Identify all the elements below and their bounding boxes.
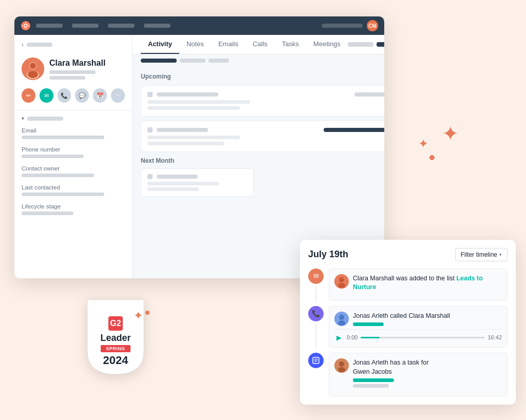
activity-card-2 xyxy=(141,121,384,152)
timeline-icon-col: ✉ xyxy=(308,269,324,301)
crm-window: CM ‹ Clara xyxy=(14,16,384,278)
tl-item-header: Clara Marshall was added to the list Lea… xyxy=(334,274,502,292)
nav-item[interactable] xyxy=(108,24,135,28)
audio-time-end: 16:42 xyxy=(487,334,502,340)
contact-name: Clara Marshall xyxy=(49,59,105,68)
svg-point-11 xyxy=(338,320,345,326)
contact-avatar-gwen xyxy=(334,358,349,373)
sparkle-decoration: ✦ ✦ xyxy=(418,123,459,164)
svg-point-8 xyxy=(338,283,345,288)
timeline-items: ✉ Clara Marshall was added to the list L… xyxy=(308,269,508,397)
property-value-contact-owner xyxy=(22,174,94,177)
activity-desc3 xyxy=(147,136,240,139)
filter-type2[interactable] xyxy=(209,59,229,63)
nav-item[interactable] xyxy=(72,24,99,28)
audio-player: ▶ 0:00 16:42 xyxy=(334,329,502,342)
activity-row2 xyxy=(147,127,384,132)
activity-title xyxy=(157,92,218,97)
property-label-email: Email xyxy=(22,127,125,133)
chevron-down-icon: ▾ xyxy=(22,116,24,121)
property-value-lifecycle xyxy=(22,212,73,215)
nav-item[interactable] xyxy=(36,24,63,28)
properties-toggle[interactable]: ▾ xyxy=(22,116,125,121)
audio-fill xyxy=(361,337,379,338)
tab-emails[interactable]: Emails xyxy=(211,35,246,54)
property-lifecycle: Lifecycle stage xyxy=(22,203,125,215)
edit-icon[interactable]: ✏ xyxy=(22,88,35,103)
timeline-card: July 19th Filter timeline ▾ ✉ xyxy=(300,240,516,405)
activity-cta[interactable] xyxy=(324,128,384,132)
crm-topbar: CM xyxy=(14,16,384,35)
contact-avatar-small xyxy=(334,274,349,289)
nav-item[interactable] xyxy=(144,24,171,28)
timeline-icon-col3 xyxy=(308,353,324,396)
svg-point-15 xyxy=(338,367,345,372)
filter-timeline-button[interactable]: Filter timeline ▾ xyxy=(455,248,508,261)
calendar-icon[interactable]: 📅 xyxy=(93,88,107,103)
nm-title xyxy=(157,175,198,179)
tab-calls[interactable]: Calls xyxy=(246,35,275,54)
property-last-contacted: Last contacted xyxy=(22,184,125,196)
tab-meetings[interactable]: Meetings xyxy=(306,35,348,54)
sparkle-large-icon: ✦ xyxy=(442,123,459,144)
email-icon[interactable]: ✉ xyxy=(40,88,53,103)
timeline-date: July 19th xyxy=(308,249,348,260)
audio-progress-bar[interactable] xyxy=(361,337,484,338)
timeline-icon-col2: 📞 xyxy=(308,306,324,348)
activity-desc4 xyxy=(147,142,224,145)
nm-desc2 xyxy=(147,187,199,191)
g2-season-label: SPRING xyxy=(101,345,130,352)
sparkle-small-icon: ✦ xyxy=(418,138,428,150)
timeline-content-task: Jonas Arleth has a task forGwen Jacobs xyxy=(329,353,508,396)
g2-content: G2 Leader SPRING 2024 xyxy=(82,295,149,379)
user-avatar[interactable]: CM xyxy=(367,20,378,31)
badge-sparkle-icon: ✦ xyxy=(134,309,143,322)
filter-btn-1[interactable] xyxy=(348,42,373,47)
filter-btn-2[interactable] xyxy=(377,42,384,47)
property-label-last-contacted: Last contacted xyxy=(22,184,125,190)
contact-avatar-jonas xyxy=(334,312,349,326)
svg-point-5 xyxy=(28,71,38,78)
chat-icon[interactable]: 💬 xyxy=(75,88,89,103)
chevron-down-icon: ▾ xyxy=(499,252,502,257)
tl-item-header2: Jonas Arleth called Clara Marshall xyxy=(334,312,502,327)
call-status-bar xyxy=(353,322,384,326)
back-nav[interactable]: ‹ xyxy=(14,41,132,53)
back-label-placeholder xyxy=(27,43,52,47)
tab-tasks[interactable]: Tasks xyxy=(275,35,306,54)
property-value-last-contacted xyxy=(22,193,104,196)
property-value-email xyxy=(22,136,104,139)
contact-sidebar: ‹ Clara Marshall xyxy=(14,35,133,278)
g2-badge-shape: G2 Leader SPRING 2024 xyxy=(82,295,149,379)
crm-nav xyxy=(36,24,316,28)
properties-label xyxy=(27,117,63,121)
more-icon[interactable]: ⋯ xyxy=(111,88,125,103)
contact-company xyxy=(49,76,85,80)
activity-row xyxy=(147,92,384,97)
timeline-connector xyxy=(315,286,316,301)
tl-item-header3: Jonas Arleth has a task forGwen Jacobs xyxy=(334,358,502,388)
envelope-icon: ✉ xyxy=(308,269,324,284)
filter-type1[interactable] xyxy=(180,59,205,63)
contact-action-buttons: ✏ ✉ 📞 💬 📅 ⋯ xyxy=(14,85,132,110)
filter-all[interactable] xyxy=(141,59,177,63)
tab-notes[interactable]: Notes xyxy=(179,35,211,54)
svg-point-4 xyxy=(30,63,36,69)
g2-logo: G2 xyxy=(108,316,123,331)
property-label-lifecycle: Lifecycle stage xyxy=(22,203,125,209)
timeline-item-call: 📞 Jonas Arleth called Clara Marshall xyxy=(308,306,508,348)
tab-activity[interactable]: Activity xyxy=(141,35,179,54)
play-button[interactable]: ▶ xyxy=(334,333,344,342)
property-phone: Phone number xyxy=(22,146,125,158)
timeline-item-task: Jonas Arleth has a task forGwen Jacobs xyxy=(308,353,508,396)
nm-desc1 xyxy=(147,182,219,185)
search-bar xyxy=(322,24,363,28)
activity-desc2 xyxy=(147,106,240,110)
activity-title2 xyxy=(157,128,208,132)
phone-icon[interactable]: 📞 xyxy=(58,88,71,103)
svg-point-14 xyxy=(339,361,344,367)
timeline-connector2 xyxy=(315,323,316,348)
activity-dot xyxy=(147,92,153,97)
property-label-contact-owner: Contact owner xyxy=(22,165,125,171)
property-value-phone xyxy=(22,155,84,158)
